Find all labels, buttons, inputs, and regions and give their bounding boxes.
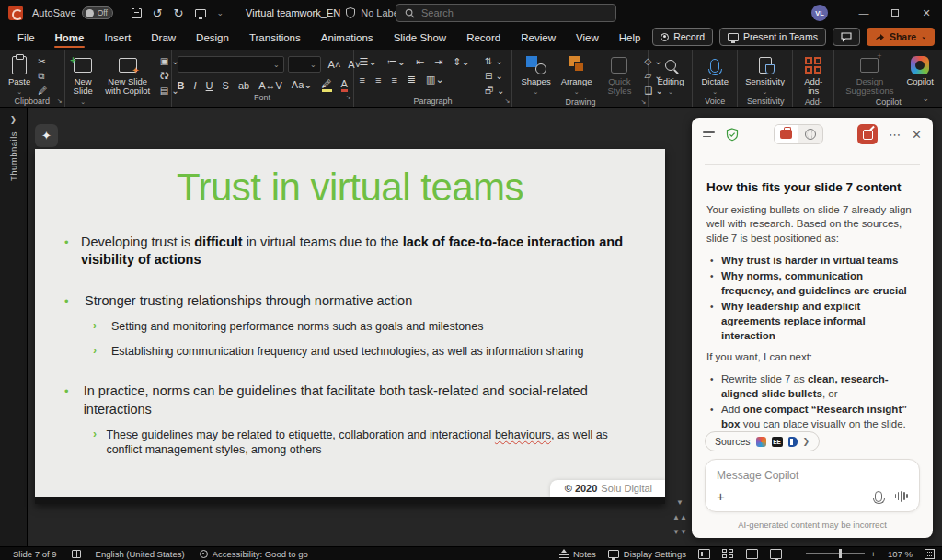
autosave-toggle[interactable]: Off: [82, 6, 113, 19]
copilot-input-placeholder[interactable]: Message Copilot: [717, 469, 908, 482]
ribbon-tab-draw[interactable]: Draw: [141, 28, 186, 48]
strikethrough-button[interactable]: ab: [238, 80, 249, 91]
dictate-button[interactable]: Dictate ⌄: [698, 54, 731, 97]
new-slide-with-copilot-button[interactable]: ✦ New Slide with Copilot: [100, 54, 155, 97]
record-button[interactable]: Record: [652, 28, 713, 46]
justify-button[interactable]: ≣: [408, 74, 416, 86]
voice-input-mic-icon[interactable]: [875, 491, 882, 502]
copilot-close-icon[interactable]: ✕: [912, 129, 922, 141]
decrease-indent-button[interactable]: ⇤: [416, 56, 424, 68]
copilot-input-box[interactable]: Message Copilot +: [705, 459, 920, 512]
restore-button[interactable]: [879, 0, 911, 26]
paragraph-dialog-launcher[interactable]: ↘: [505, 97, 511, 105]
document-filename[interactable]: Virtual teamwork_EN: [246, 7, 340, 18]
numbering-button[interactable]: ≔⌄: [387, 56, 406, 68]
display-settings-button[interactable]: Display Settings: [608, 549, 686, 559]
zoom-track[interactable]: [806, 553, 865, 554]
slideshow-icon[interactable]: [195, 9, 206, 17]
user-avatar[interactable]: VL: [811, 5, 828, 21]
copilot-button[interactable]: Copilot: [903, 54, 936, 87]
ribbon-tab-file[interactable]: File: [7, 28, 45, 48]
autosave-control[interactable]: AutoSave Off: [32, 6, 113, 19]
minimize-button[interactable]: —: [848, 0, 879, 26]
addins-button[interactable]: Add-ins: [798, 54, 828, 97]
new-chat-button[interactable]: [857, 124, 878, 144]
align-left-button[interactable]: ≡: [360, 74, 365, 86]
underline-button[interactable]: U: [206, 80, 213, 91]
increase-font-button[interactable]: A˄: [328, 59, 341, 70]
next-slide-icon[interactable]: ▼▼: [672, 528, 687, 536]
sources-chip[interactable]: Sources EE ❯: [705, 431, 820, 451]
voice-waveform-icon[interactable]: [895, 491, 908, 502]
font-dialog-launcher[interactable]: ↘: [346, 94, 351, 101]
language-indicator[interactable]: English (United States): [96, 549, 185, 559]
clipboard-dialog-launcher[interactable]: ↘: [57, 97, 63, 105]
slide-body-text[interactable]: •Developing trust is difficult in virtua…: [35, 234, 665, 458]
ribbon-tab-animations[interactable]: Animations: [311, 28, 384, 48]
zoom-out-icon[interactable]: −: [794, 549, 799, 559]
ribbon-tab-transitions[interactable]: Transitions: [239, 28, 311, 48]
highlight-color-button[interactable]: 🖉: [322, 78, 332, 92]
format-painter-button[interactable]: 🖉: [38, 85, 47, 97]
customize-toolbar-chevron-icon[interactable]: ⌄: [217, 8, 224, 17]
expand-thumbnails-chevron-icon[interactable]: ❯: [10, 115, 17, 124]
slide-indicator[interactable]: Slide 7 of 9: [13, 549, 57, 559]
redo-icon[interactable]: ↻: [174, 7, 184, 19]
ribbon-tab-insert[interactable]: Insert: [94, 28, 141, 48]
font-color-button[interactable]: A: [341, 78, 348, 92]
bold-button[interactable]: B: [178, 80, 185, 91]
shadow-button[interactable]: S: [223, 80, 229, 91]
slide-canvas[interactable]: Trust in virtual teams •Developing trust…: [35, 149, 665, 504]
ribbon-tab-design[interactable]: Design: [186, 28, 239, 48]
arrange-button[interactable]: Arrange ⌄: [558, 54, 595, 97]
italic-button[interactable]: I: [194, 80, 197, 91]
paste-button[interactable]: Paste ⌄: [6, 54, 33, 97]
search-input[interactable]: [421, 7, 587, 18]
previous-slide-icon[interactable]: ▲▲: [672, 513, 687, 521]
bullets-button[interactable]: ☰⌄: [360, 56, 377, 68]
columns-button[interactable]: ▥⌄: [426, 74, 444, 86]
shapes-button[interactable]: Shapes ⌄: [518, 54, 553, 97]
normal-view-button[interactable]: [698, 549, 710, 559]
thumbnails-pane-collapsed[interactable]: ❯ Thumbnails: [0, 108, 28, 546]
designer-sparkle-button[interactable]: ✦: [35, 124, 58, 147]
change-case-button[interactable]: Aa⌄: [292, 79, 313, 91]
ribbon-tab-record[interactable]: Record: [456, 28, 511, 48]
text-direction-button[interactable]: ⇅ ⌄: [485, 55, 504, 67]
increase-indent-button[interactable]: ⇥: [434, 56, 442, 68]
align-text-button[interactable]: ⊟ ⌄: [485, 70, 504, 82]
copy-button[interactable]: ⧉: [38, 70, 47, 82]
sensitivity-button[interactable]: Sensitivity ⌄: [742, 54, 787, 97]
ribbon-tab-review[interactable]: Review: [511, 28, 566, 48]
font-name-combo[interactable]: ⌄: [178, 56, 284, 73]
accessibility-status[interactable]: Accessibility: Good to go: [200, 549, 308, 559]
reading-view-button[interactable]: [746, 549, 758, 559]
share-button[interactable]: Share ⌄: [867, 28, 935, 46]
comments-button[interactable]: [833, 28, 860, 46]
drawing-dialog-launcher[interactable]: ↘: [641, 98, 647, 106]
ribbon-tab-home[interactable]: Home: [45, 28, 95, 48]
ribbon-tab-help[interactable]: Help: [609, 28, 651, 48]
ribbon-tab-slide-show[interactable]: Slide Show: [384, 28, 457, 48]
line-spacing-button[interactable]: ⇕⌄: [453, 56, 469, 68]
cut-button[interactable]: ✂: [38, 55, 47, 67]
copilot-menu-icon[interactable]: [703, 131, 715, 137]
zoom-level[interactable]: 107 %: [888, 549, 913, 559]
font-size-combo[interactable]: ⌄: [288, 56, 321, 73]
ribbon-tab-view[interactable]: View: [566, 28, 609, 48]
editing-button[interactable]: Editing ⌄: [654, 54, 686, 97]
notes-button[interactable]: Notes: [559, 549, 596, 559]
slide-sorter-view-button[interactable]: [722, 549, 734, 559]
spellcheck-book-icon[interactable]: [72, 550, 81, 558]
search-box[interactable]: [396, 4, 616, 22]
fit-slide-to-window-icon[interactable]: [925, 549, 935, 559]
character-spacing-button[interactable]: A↔V: [258, 80, 282, 91]
scroll-down-icon[interactable]: ▼: [676, 498, 684, 507]
attach-plus-icon[interactable]: +: [717, 488, 725, 504]
zoom-thumb[interactable]: [839, 549, 843, 558]
slideshow-view-button[interactable]: [770, 549, 782, 559]
slide-title[interactable]: Trust in virtual teams: [35, 166, 665, 210]
save-icon[interactable]: [132, 8, 142, 18]
zoom-in-icon[interactable]: +: [871, 549, 877, 559]
close-button[interactable]: ✕: [911, 0, 942, 26]
